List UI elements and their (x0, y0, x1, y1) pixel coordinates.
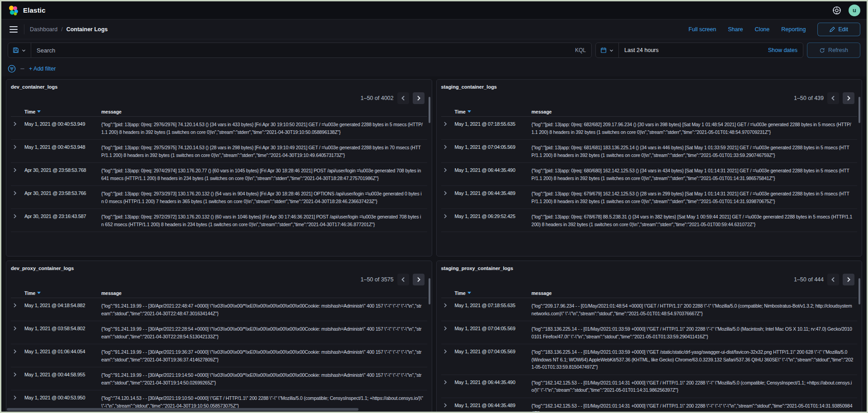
time-column-header[interactable]: Time (24, 290, 101, 296)
full-screen-link[interactable]: Full screen (689, 26, 716, 33)
saved-query-button[interactable] (8, 43, 31, 57)
expand-row-button[interactable] (441, 213, 455, 218)
next-page-button[interactable] (413, 92, 425, 104)
table-body: May 1, 2021 @ 07:18:55.635 {"log":"[pid:… (441, 117, 858, 232)
reporting-link[interactable]: Reporting (781, 26, 806, 33)
expand-row-button[interactable] (11, 121, 24, 126)
expand-row-button[interactable] (11, 213, 24, 218)
expand-row-button[interactable] (11, 371, 24, 377)
dashboard-grid: dev_container_logs 1–50 of 4002 Time mes… (1, 76, 867, 413)
scrollbar-thumb[interactable] (859, 278, 860, 304)
date-picker-button[interactable] (596, 43, 619, 57)
log-message: {"log":"183.136.225.14 - - [01/May/2021:… (532, 348, 858, 371)
log-time: May 1, 2021 @ 06:44:35.489 (455, 402, 532, 408)
expand-row-button[interactable] (11, 325, 24, 331)
nav-actions: Full screen Share Clone Reporting Edit (689, 23, 860, 36)
expand-row-button[interactable] (11, 144, 24, 149)
chevron-down-icon (609, 48, 614, 53)
panel-dev-proxy-container-logs: dev_proxy_container_logs 1–50 of 3575 Ti… (6, 261, 432, 413)
expand-row-button[interactable] (441, 144, 455, 149)
top-header: Elastic u (1, 1, 867, 19)
panel-title[interactable]: staging_container_logs (441, 84, 858, 90)
log-time: May 1, 2021 @ 07:04:05.569 (455, 348, 532, 354)
add-filter-link[interactable]: + Add filter (29, 66, 56, 72)
brand-name: Elastic (23, 6, 46, 14)
show-dates-link[interactable]: Show dates (763, 47, 803, 53)
pagination-label: 1–50 of 4002 (361, 95, 394, 101)
scrollbar-thumb[interactable] (429, 97, 430, 123)
table-header: Time message (11, 107, 427, 117)
log-row: May 1, 2021 @ 06:44:35.489 {"log":"[pid:… (441, 186, 858, 209)
expand-row-button[interactable] (441, 190, 455, 195)
scrollbar-thumb[interactable] (429, 278, 430, 304)
prev-page-button[interactable] (827, 274, 839, 285)
chevron-left-icon (401, 95, 406, 101)
log-message: {"log":"209.17.96.234 - - [01/May/2021:0… (532, 302, 858, 317)
expand-row-button[interactable] (441, 348, 455, 354)
log-time: May 1, 2021 @ 07:04:05.569 (455, 325, 532, 331)
log-row: Apr 30, 2021 @ 23:58:53.768 {"log":"[pid… (11, 163, 427, 186)
chevron-right-icon (13, 214, 17, 218)
expand-row-button[interactable] (11, 302, 24, 308)
chevron-down-icon (21, 48, 26, 53)
chevron-right-icon (13, 191, 17, 195)
scrollbar-thumb[interactable] (859, 97, 860, 123)
refresh-button[interactable]: Refresh (807, 43, 860, 58)
next-page-button[interactable] (843, 92, 854, 104)
horizontal-scrollbar-thumb[interactable] (7, 408, 359, 411)
expand-row-button[interactable] (11, 394, 24, 400)
clone-link[interactable]: Clone (755, 26, 770, 33)
save-icon (13, 47, 19, 53)
panel-title[interactable]: dev_container_logs (11, 84, 427, 90)
sort-desc-icon (467, 292, 471, 294)
time-range-label[interactable]: Last 24 hours (619, 47, 664, 53)
breadcrumb: Dashboard / Container Logs (30, 26, 108, 33)
share-link[interactable]: Share (728, 26, 743, 33)
filter-icon[interactable] (8, 65, 16, 73)
panel-title[interactable]: staging_proxy_container_logs (441, 266, 858, 271)
prev-page-button[interactable] (397, 274, 409, 285)
expand-row-button[interactable] (11, 167, 24, 172)
chevron-right-icon (13, 349, 17, 354)
expand-row-button[interactable] (441, 167, 455, 172)
expand-row-button[interactable] (441, 325, 455, 331)
expand-row-button[interactable] (441, 302, 455, 308)
prev-page-button[interactable] (827, 92, 839, 104)
sort-desc-icon (467, 110, 471, 113)
user-avatar[interactable]: u (849, 5, 860, 16)
date-picker: Last 24 hours Show dates (595, 43, 803, 58)
search-box: KQL (8, 43, 592, 58)
pagination-label: 1–50 of 444 (794, 276, 824, 283)
next-page-button[interactable] (843, 274, 854, 285)
query-bar: KQL Last 24 hours Show dates Refresh (1, 39, 867, 61)
elastic-logo-icon[interactable] (8, 5, 19, 16)
panel-title[interactable]: dev_proxy_container_logs (11, 266, 427, 271)
filter-bar: + Add filter (1, 61, 867, 76)
panel-staging-container-logs: staging_container_logs 1–50 of 439 Time … (436, 79, 863, 256)
kql-selector[interactable]: KQL (570, 47, 591, 53)
pagination-label: 1–50 of 439 (794, 95, 824, 101)
expand-row-button[interactable] (11, 348, 24, 354)
log-message: {"log":"[pid: 13|app: 0|req: 2976/2976] … (101, 121, 427, 136)
edit-button[interactable]: Edit (817, 23, 860, 36)
log-row: May 1, 2021 @ 07:18:55.635 {"log":"209.1… (441, 298, 858, 321)
expand-row-button[interactable] (441, 121, 455, 126)
log-message: {"log":"91.241.19.99 - - [30/Apr/2021:19… (101, 348, 427, 363)
log-row: May 1, 2021 @ 01:06:44.054 {"log":"91.24… (11, 344, 427, 367)
time-column-header[interactable]: Time (455, 109, 532, 114)
time-column-header[interactable]: Time (455, 290, 532, 296)
time-column-header[interactable]: Time (24, 109, 101, 114)
prev-page-button[interactable] (397, 92, 409, 104)
expand-row-button[interactable] (441, 379, 455, 385)
next-page-button[interactable] (413, 274, 425, 285)
chevron-right-icon (443, 403, 448, 408)
expand-row-button[interactable] (11, 190, 24, 195)
breadcrumb-dashboard[interactable]: Dashboard (30, 26, 57, 33)
log-message: {"log":"[pid: 13|app: 0|req: 682/682] 20… (532, 121, 858, 136)
expand-row-button[interactable] (441, 402, 455, 408)
log-time: May 1, 2021 @ 04:18:54.882 (24, 302, 101, 308)
search-input[interactable] (31, 47, 570, 54)
help-icon[interactable] (832, 6, 841, 15)
menu-toggle-button[interactable] (8, 24, 19, 34)
log-time: May 1, 2021 @ 06:44:35.489 (455, 190, 532, 196)
